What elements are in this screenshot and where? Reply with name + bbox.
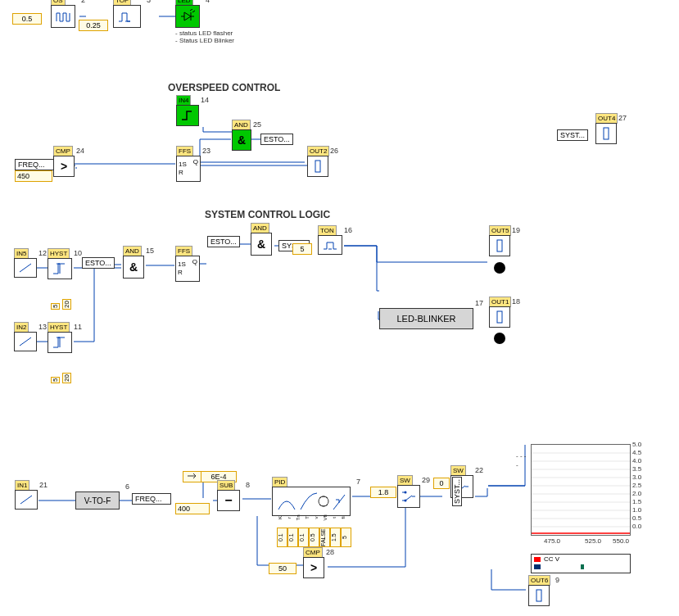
ledblinker-label: LED-BLINKER bbox=[379, 308, 473, 329]
led-id: 4 bbox=[206, 0, 210, 4]
svg-rect-22 bbox=[581, 564, 584, 569]
svg-rect-21 bbox=[534, 564, 541, 569]
pid-l-t: T bbox=[305, 514, 310, 523]
ton-block[interactable]: TON 16 bbox=[318, 235, 342, 255]
out1-block[interactable]: OUT1 18 bbox=[489, 306, 510, 328]
cmp28-param[interactable]: 50 bbox=[269, 563, 296, 574]
pid-l-v: v bbox=[314, 514, 319, 523]
sub-sym: − bbox=[217, 490, 240, 511]
hyst11-p1[interactable]: 5 bbox=[51, 377, 60, 383]
sw29-block[interactable]: SW 29 bbox=[397, 485, 420, 508]
gy2: 4.0 bbox=[632, 457, 641, 464]
freq-label[interactable]: FREQ... bbox=[132, 493, 171, 505]
in5-id: 12 bbox=[38, 249, 47, 257]
led-sub1: - status LED flasher bbox=[175, 29, 233, 37]
esto15-label[interactable]: ESTO... bbox=[82, 257, 115, 269]
and15-block[interactable]: AND 15 & bbox=[123, 256, 144, 279]
out5-id: 19 bbox=[512, 226, 520, 234]
in2-block[interactable]: IN2 13 bbox=[14, 332, 37, 351]
pid-p3[interactable]: 0.5 bbox=[309, 528, 319, 547]
gy1: 4.5 bbox=[632, 449, 641, 456]
ton-id: 16 bbox=[344, 226, 352, 234]
hyst11-block[interactable]: HYST 11 bbox=[48, 332, 72, 353]
svg-point-6 bbox=[405, 500, 407, 502]
svg-rect-0 bbox=[315, 161, 320, 172]
dashes1: - - - bbox=[516, 452, 526, 460]
out2-id: 26 bbox=[330, 147, 338, 155]
ffs20-1s: 1S bbox=[178, 260, 186, 269]
graph[interactable] bbox=[531, 444, 631, 536]
sub-block[interactable]: SUB 8 − bbox=[217, 490, 240, 511]
vtof-label: V-TO-F bbox=[75, 491, 120, 510]
hyst11-id: 11 bbox=[74, 323, 82, 331]
cmp24-block[interactable]: CMP 24 > bbox=[53, 156, 75, 177]
pid-p4[interactable]: FALSE bbox=[319, 528, 330, 547]
pid-p6[interactable]: 5 bbox=[341, 528, 351, 547]
cmp28-block[interactable]: CMP 28 > bbox=[303, 557, 324, 578]
hyst11-p2[interactable]: 20 bbox=[62, 373, 71, 383]
led-sub2: - Status LED Blinker bbox=[175, 37, 234, 44]
sub-top-arrow[interactable] bbox=[183, 471, 202, 482]
section-syslogic: SYSTEM CONTROL LOGIC bbox=[205, 209, 330, 220]
in1-id: 21 bbox=[39, 481, 48, 489]
pid-block[interactable]: PID 7 bbox=[272, 487, 351, 516]
and-top-block[interactable]: AND & bbox=[251, 233, 272, 256]
cmp28-id: 28 bbox=[326, 548, 334, 556]
pid-p0[interactable]: 0.1 bbox=[277, 528, 287, 547]
and15-id: 15 bbox=[146, 247, 154, 255]
gx2: 550.0 bbox=[613, 537, 629, 545]
gy3: 3.5 bbox=[632, 465, 641, 473]
out4-block[interactable]: OUT4 27 bbox=[595, 123, 617, 144]
tof-param[interactable]: 0.25 bbox=[79, 20, 108, 31]
osc-id: 2 bbox=[81, 0, 85, 4]
ffs23-q: Q bbox=[193, 158, 198, 165]
legend-ccv: CC V bbox=[544, 555, 559, 563]
svg-point-5 bbox=[405, 491, 407, 494]
out6-block[interactable]: OUT6 9 bbox=[528, 585, 550, 606]
ffs23-id: 23 bbox=[202, 147, 210, 155]
pid-id: 7 bbox=[356, 478, 360, 486]
sub-400[interactable]: 400 bbox=[175, 503, 210, 514]
osc-block[interactable]: OS 2 bbox=[51, 5, 75, 28]
gy0: 5.0 bbox=[632, 441, 641, 448]
gy4: 3.0 bbox=[632, 473, 641, 481]
led-block[interactable]: LED 4 bbox=[175, 5, 200, 28]
hyst10-p1[interactable]: 5 bbox=[51, 303, 60, 310]
out1-circle bbox=[494, 333, 505, 344]
sw22-param[interactable]: 0 bbox=[433, 478, 450, 489]
out2-block[interactable]: OUT2 26 bbox=[307, 156, 328, 177]
out4-syst-label[interactable]: SYST... bbox=[557, 129, 588, 141]
hyst10-p2[interactable]: 20 bbox=[62, 299, 71, 310]
ffs23-block[interactable]: FFS 23 1S R Q bbox=[176, 156, 201, 182]
in1-block[interactable]: IN1 21 bbox=[15, 490, 38, 510]
and-top-sym: & bbox=[251, 233, 272, 256]
dashes2: - bbox=[516, 461, 518, 469]
out1-id: 18 bbox=[512, 297, 520, 306]
out5-block[interactable]: OUT5 19 bbox=[489, 235, 510, 256]
and15-sym: & bbox=[123, 256, 144, 279]
sw22-id: 22 bbox=[475, 466, 483, 474]
esto-top-label[interactable]: ESTO... bbox=[207, 236, 240, 247]
ledblinker-id: 17 bbox=[475, 299, 483, 307]
tof-block[interactable]: TOF 3 bbox=[113, 5, 141, 28]
in4-block[interactable]: IN4 14 bbox=[176, 105, 199, 126]
cmp24-freq-label[interactable]: FREQ... bbox=[15, 159, 54, 170]
esto25-label[interactable]: ESTO... bbox=[260, 134, 293, 145]
cmp24-param[interactable]: 450 bbox=[15, 170, 52, 182]
osc-param[interactable]: 0.5 bbox=[12, 13, 42, 25]
vtof-block[interactable]: 6 V-TO-F bbox=[75, 491, 120, 510]
pid-p1[interactable]: 0.1 bbox=[287, 528, 298, 547]
in5-block[interactable]: IN5 12 bbox=[14, 258, 37, 278]
pid-l-r: r bbox=[287, 514, 292, 523]
legend-box: CC V bbox=[531, 554, 631, 573]
ffs20-block[interactable]: FFS 1S R Q bbox=[175, 256, 200, 282]
sw29-param[interactable]: 1.8 bbox=[370, 487, 396, 498]
ton-param[interactable]: 5 bbox=[292, 243, 312, 255]
hyst10-block[interactable]: HYST 10 bbox=[48, 258, 72, 279]
gx1: 525.0 bbox=[585, 537, 601, 545]
syst-vert[interactable]: SYST... bbox=[452, 477, 462, 506]
and25-block[interactable]: AND 25 & bbox=[232, 129, 251, 151]
pid-p2[interactable]: 0.1 bbox=[298, 528, 309, 547]
ledblinker-block[interactable]: 17 LED-BLINKER bbox=[379, 308, 473, 329]
pid-p5[interactable]: 1.5 bbox=[330, 528, 341, 547]
